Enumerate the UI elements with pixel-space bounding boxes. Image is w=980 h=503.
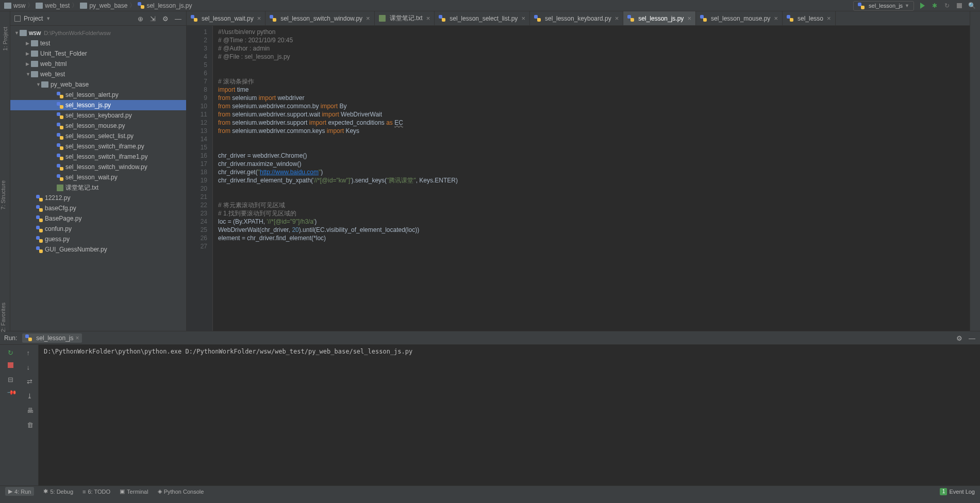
close-icon[interactable]: ×: [827, 14, 831, 22]
tree-item[interactable]: ▶web_html: [10, 59, 186, 69]
rerun-button[interactable]: ↻: [8, 349, 16, 357]
scroll-icon[interactable]: ⤓: [27, 392, 35, 400]
hide-icon[interactable]: —: [175, 15, 182, 22]
breadcrumb-item[interactable]: web_test: [36, 2, 70, 9]
structure-tool-window-button[interactable]: 7: Structure: [0, 180, 6, 210]
tree-item[interactable]: sel_lesson_switch_window.py: [10, 162, 186, 172]
search-button[interactable]: 🔍: [968, 2, 976, 10]
print-icon[interactable]: 🖶: [27, 407, 35, 415]
project-tool-window-button[interactable]: 1: Project: [2, 27, 8, 51]
tree-item[interactable]: BasePage.py: [10, 213, 186, 224]
run-panel: Run: sel_lesson_js × ⚙ — ↻ ⊟ 📌 ↑ ↓ ⇄ ⤓ 🖶…: [0, 331, 980, 485]
folder-icon: [4, 3, 11, 9]
close-icon[interactable]: ×: [75, 334, 79, 342]
folder-icon: [80, 3, 87, 9]
tree-item[interactable]: sel_lesson_mouse.py: [10, 121, 186, 131]
close-icon[interactable]: ×: [774, 14, 778, 22]
breadcrumb-item[interactable]: py_web_base: [80, 2, 127, 9]
tree-item[interactable]: guess.py: [10, 234, 186, 244]
down-icon[interactable]: ↓: [27, 363, 35, 372]
tree-item[interactable]: sel_lesson_switch_iframe1.py: [10, 152, 186, 162]
breadcrumb-file[interactable]: sel_lesson_js.py: [138, 2, 192, 9]
folder-icon: [20, 30, 27, 36]
close-icon[interactable]: ×: [366, 14, 370, 22]
tree-item[interactable]: sel_lesson_wait.py: [10, 172, 186, 182]
close-icon[interactable]: ×: [687, 14, 691, 22]
pin-button[interactable]: 📌: [6, 388, 18, 399]
chevron-right-icon: 〉: [129, 1, 136, 10]
editor-area: sel_lesson_wait.py×sel_lesson_switch_win…: [187, 11, 970, 331]
editor-tab[interactable]: sel_lesson_js.py×: [623, 11, 696, 25]
breadcrumb-root[interactable]: wsw: [4, 2, 25, 9]
close-icon[interactable]: ×: [257, 14, 261, 22]
editor-tab[interactable]: sel_lesson_select_list.py×: [435, 11, 530, 25]
chevron-down-icon: ▼: [905, 3, 909, 8]
close-icon[interactable]: ×: [615, 14, 619, 22]
tree-item[interactable]: baseCfg.py: [10, 203, 186, 213]
run-button[interactable]: [918, 2, 926, 10]
tree-item[interactable]: sel_lesson_switch_iframe.py: [10, 141, 186, 152]
editor-tab[interactable]: sel_lesson_mouse.py×: [696, 11, 783, 25]
favorites-tool-window-button[interactable]: 2: Favorites: [0, 303, 6, 332]
bottom-bar: ▶ 4: Run ✱ 5: Debug ≡ 6: TODO ▣ Terminal…: [0, 485, 980, 497]
tree-item[interactable]: confun.py: [10, 224, 186, 234]
bottom-console-button[interactable]: ◈ Python Console: [158, 488, 204, 495]
stop-button[interactable]: [955, 2, 964, 10]
run-config-selector[interactable]: sel_lesson_js ▼: [853, 1, 914, 11]
gear-icon[interactable]: ⚙: [162, 15, 170, 22]
code-content[interactable]: #!/usr/bin/env python # @Time : 2021/10/…: [212, 26, 970, 331]
hide-icon[interactable]: —: [969, 334, 976, 342]
python-icon: [858, 3, 865, 9]
tree-item[interactable]: sel_lesson_select_list.py: [10, 131, 186, 141]
wrap-icon[interactable]: ⇄: [27, 378, 35, 386]
tree-item[interactable]: ▶Unit_Test_Folder: [10, 48, 186, 59]
run-rail: ↻ ⊟ 📌: [0, 345, 23, 485]
python-icon: [138, 2, 144, 9]
editor-tab[interactable]: sel_lesson_switch_window.py×: [265, 11, 374, 25]
bottom-todo-button[interactable]: ≡ 6: TODO: [82, 489, 110, 495]
folder-icon: [36, 3, 43, 9]
tree-root[interactable]: ▼ wswD:\PythonWorkFolder\wsw: [10, 28, 186, 38]
bottom-debug-button[interactable]: ✱ 5: Debug: [43, 488, 73, 495]
locate-icon[interactable]: ⊕: [138, 15, 145, 22]
collapse-icon[interactable]: ⇲: [150, 15, 157, 22]
tree-item[interactable]: ▼py_web_base: [10, 79, 186, 90]
editor-tab[interactable]: sel_lesson_keyboard.py×: [530, 11, 623, 25]
run-label: Run:: [4, 334, 17, 342]
project-tree[interactable]: ▼ wswD:\PythonWorkFolder\wsw ▶test▶Unit_…: [10, 26, 186, 331]
stop-button[interactable]: [8, 362, 16, 371]
editor-tab[interactable]: sel_lesso×: [783, 11, 836, 25]
run-rail-2: ↑ ↓ ⇄ ⤓ 🖶 🗑: [23, 345, 39, 485]
tree-item[interactable]: 12212.py: [10, 193, 186, 203]
tree-item[interactable]: ▼web_test: [10, 69, 186, 79]
trash-icon[interactable]: 🗑: [27, 421, 35, 429]
event-log-button[interactable]: 1 Event Log: [940, 488, 975, 495]
tree-item[interactable]: sel_lesson_alert.py: [10, 90, 186, 100]
layout-button[interactable]: ⊟: [8, 376, 16, 384]
debug-button[interactable]: ✱: [931, 2, 939, 10]
console-output[interactable]: D:\PythonWorkFolder\python\python.exe D:…: [39, 345, 980, 485]
editor-tab[interactable]: sel_lesson_wait.py×: [187, 11, 265, 25]
tree-item[interactable]: 课堂笔记.txt: [10, 182, 186, 193]
up-icon[interactable]: ↑: [27, 349, 35, 357]
close-icon[interactable]: ×: [521, 14, 525, 22]
tree-item[interactable]: sel_lesson_keyboard.py: [10, 110, 186, 121]
play-icon: [920, 3, 925, 9]
editor-tabs: sel_lesson_wait.py×sel_lesson_switch_win…: [187, 11, 970, 26]
gear-icon[interactable]: ⚙: [956, 334, 964, 342]
editor-tab[interactable]: 课堂笔记.txt×: [375, 11, 435, 25]
tree-item[interactable]: ▶test: [10, 38, 186, 48]
bottom-terminal-button[interactable]: ▣ Terminal: [120, 488, 148, 495]
close-icon[interactable]: ×: [426, 14, 430, 22]
chevron-right-icon: 〉: [72, 1, 78, 10]
tree-item[interactable]: sel_lesson_js.py: [10, 100, 186, 110]
code-editor[interactable]: 1234567891011121314151617181920212223242…: [187, 26, 970, 331]
coverage-button[interactable]: ↻: [943, 2, 951, 10]
event-badge: 1: [940, 488, 947, 495]
run-tab[interactable]: sel_lesson_js ×: [22, 333, 82, 343]
project-panel: Project ▼ ⊕ ⇲ ⚙ — ▼ wswD:\PythonWorkFold…: [10, 11, 187, 331]
right-rail: [970, 11, 980, 331]
project-view-selector[interactable]: Project ▼: [14, 15, 51, 22]
tree-item[interactable]: GUI_GuessNumber.py: [10, 244, 186, 255]
bottom-run-button[interactable]: ▶ 4: Run: [5, 487, 34, 496]
